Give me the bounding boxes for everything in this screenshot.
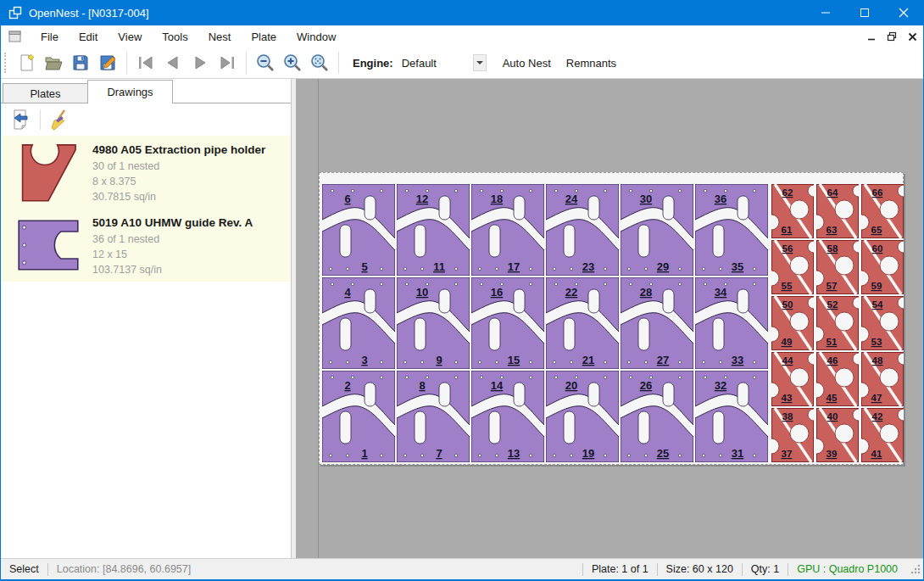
menu-nest[interactable]: Nest [198, 27, 242, 47]
nested-part-pair-59-60[interactable]: 6059 [861, 240, 904, 294]
svg-text:38: 38 [782, 411, 793, 422]
menu-plate[interactable]: Plate [241, 27, 287, 47]
nested-part-pair-49-50[interactable]: 5049 [771, 296, 814, 350]
svg-text:8: 8 [419, 379, 425, 392]
mdi-document-icon[interactable] [8, 31, 22, 42]
mdi-restore-button[interactable] [882, 28, 901, 45]
svg-text:3: 3 [361, 354, 367, 366]
nested-part-pair-65-66[interactable]: 6665 [861, 184, 904, 238]
svg-text:37: 37 [782, 449, 793, 459]
svg-text:10: 10 [416, 286, 428, 299]
nested-part-pair-19-20[interactable]: 2019 [546, 371, 619, 462]
svg-text:29: 29 [657, 260, 669, 273]
nested-part-pair-9-10[interactable]: 109 [397, 277, 470, 369]
minimize-button[interactable] [806, 0, 845, 25]
svg-text:43: 43 [782, 393, 793, 403]
nested-part-pair-63-64[interactable]: 6463 [816, 184, 859, 238]
drawing-item[interactable]: 5019 A10 UHMW guide Rev. A 36 of 1 neste… [1, 209, 291, 282]
svg-text:52: 52 [827, 299, 838, 310]
drawings-toolbar [1, 103, 291, 136]
save-button[interactable] [67, 50, 94, 75]
toolbar-grip[interactable] [4, 53, 8, 73]
drawing-item[interactable]: 4980 A05 Extraction pipe holder 30 of 1 … [1, 136, 291, 209]
tab-drawings[interactable]: Drawings [87, 80, 173, 103]
nested-part-pair-27-28[interactable]: 2827 [621, 277, 693, 369]
auto-nest-button[interactable]: Auto Nest [495, 52, 559, 75]
drawing-nested-count: 30 of 1 nested [92, 159, 265, 174]
nested-part-pair-37-38[interactable]: 3837 [771, 408, 814, 462]
nested-part-pair-13-14[interactable]: 1413 [471, 371, 544, 462]
resize-grip[interactable] [910, 563, 921, 578]
mdi-minimize-button[interactable] [862, 28, 881, 45]
mdi-close-button[interactable] [903, 28, 921, 45]
nested-part-pair-35-36[interactable]: 3635 [695, 184, 768, 276]
maximize-button[interactable] [845, 0, 884, 25]
save-as-button[interactable] [94, 50, 121, 75]
svg-text:5: 5 [361, 260, 367, 273]
status-location: Location: [84.8696, 60.6957] [48, 563, 199, 575]
window-title: OpenNest - [N0317-004] [29, 7, 149, 20]
first-plate-button[interactable] [132, 50, 159, 75]
svg-text:60: 60 [872, 243, 883, 254]
nested-part-pair-15-16[interactable]: 1615 [471, 277, 544, 369]
engine-dropdown-button[interactable] [473, 54, 487, 71]
next-plate-button[interactable] [186, 50, 214, 75]
previous-plate-button[interactable] [159, 50, 186, 75]
status-size: Size: 60 x 120 [658, 563, 742, 575]
menu-view[interactable]: View [108, 27, 152, 47]
nested-part-pair-29-30[interactable]: 3029 [621, 184, 693, 276]
nested-part-pair-51-52[interactable]: 5251 [816, 296, 859, 350]
nested-part-pair-11-12[interactable]: 1211 [397, 184, 470, 276]
engine-value[interactable]: Default [398, 54, 473, 72]
svg-text:42: 42 [872, 411, 883, 422]
zoom-in-button[interactable] [279, 50, 306, 75]
svg-text:59: 59 [871, 281, 882, 291]
nested-part-pair-47-48[interactable]: 4847 [861, 352, 904, 406]
svg-text:36: 36 [715, 193, 726, 205]
nested-part-pair-3-4[interactable]: 43 [322, 277, 395, 369]
nested-part-pair-31-32[interactable]: 3231 [695, 371, 768, 462]
svg-text:39: 39 [827, 449, 838, 459]
svg-text:30: 30 [640, 193, 652, 205]
svg-text:66: 66 [872, 187, 883, 198]
nested-part-pair-5-6[interactable]: 65 [322, 184, 395, 276]
menu-edit[interactable]: Edit [69, 27, 108, 47]
nested-part-pair-21-22[interactable]: 2221 [546, 277, 619, 369]
zoom-fit-button[interactable] [306, 50, 333, 75]
import-drawing-button[interactable] [8, 107, 35, 132]
tab-plates[interactable]: Plates [3, 83, 88, 103]
menu-window[interactable]: Window [287, 27, 346, 47]
svg-text:28: 28 [640, 286, 652, 299]
nested-part-pair-25-26[interactable]: 2625 [621, 371, 693, 462]
nested-part-pair-1-2[interactable]: 21 [322, 371, 395, 462]
svg-text:9: 9 [436, 354, 442, 366]
svg-text:61: 61 [782, 225, 793, 235]
clear-drawings-button[interactable] [46, 107, 73, 132]
close-button[interactable] [884, 0, 923, 25]
nested-part-pair-55-56[interactable]: 5655 [771, 240, 814, 294]
remnants-button[interactable]: Remnants [559, 52, 624, 75]
nested-part-pair-61-62[interactable]: 6261 [771, 184, 814, 238]
nested-part-pair-43-44[interactable]: 4443 [771, 352, 814, 406]
nested-part-pair-57-58[interactable]: 5857 [816, 240, 859, 294]
nested-part-pair-39-40[interactable]: 4039 [816, 408, 859, 462]
menu-file[interactable]: File [31, 27, 69, 47]
last-plate-button[interactable] [214, 50, 241, 75]
nested-part-pair-41-42[interactable]: 4241 [861, 408, 904, 462]
nested-part-pair-53-54[interactable]: 5453 [861, 296, 904, 350]
new-button[interactable] [13, 50, 40, 75]
zoom-out-button[interactable] [252, 50, 279, 75]
open-button[interactable] [40, 50, 67, 75]
menu-tools[interactable]: Tools [152, 27, 198, 47]
svg-text:18: 18 [491, 193, 503, 205]
nested-part-pair-33-34[interactable]: 3433 [695, 277, 768, 369]
svg-text:51: 51 [827, 337, 838, 347]
engine-combo[interactable]: Default [398, 54, 487, 72]
nested-part-pair-7-8[interactable]: 87 [397, 371, 470, 462]
nest-canvas[interactable]: 6512111817242330293635431091615222128273… [296, 79, 923, 558]
app-window: OpenNest - [N0317-004] File Edit View To… [0, 0, 924, 581]
svg-text:49: 49 [782, 337, 793, 347]
nested-part-pair-17-18[interactable]: 1817 [471, 184, 544, 276]
nested-part-pair-23-24[interactable]: 2423 [546, 184, 619, 276]
nested-part-pair-45-46[interactable]: 4645 [816, 352, 859, 406]
